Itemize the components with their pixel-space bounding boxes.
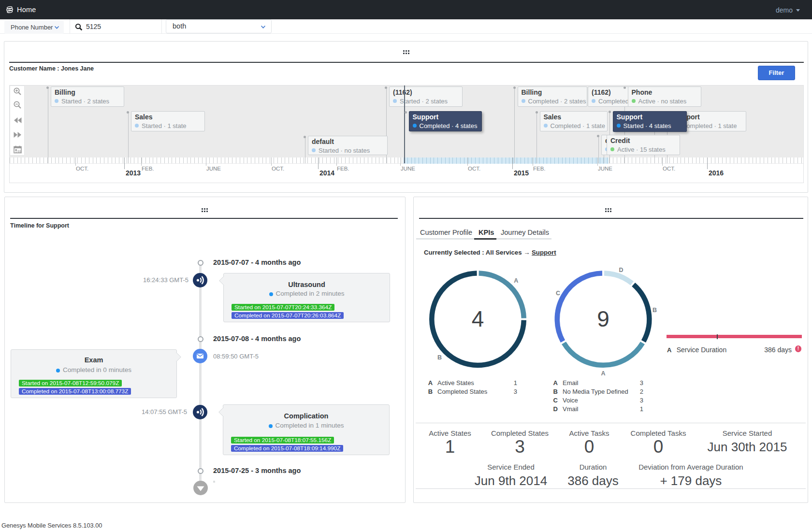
svg-text:A: A <box>601 370 605 377</box>
svg-text:D: D <box>619 267 623 273</box>
svg-text:A: A <box>514 277 518 284</box>
svg-text:B: B <box>437 354 442 361</box>
svg-text:C: C <box>556 290 560 297</box>
svg-text:B: B <box>652 307 657 314</box>
